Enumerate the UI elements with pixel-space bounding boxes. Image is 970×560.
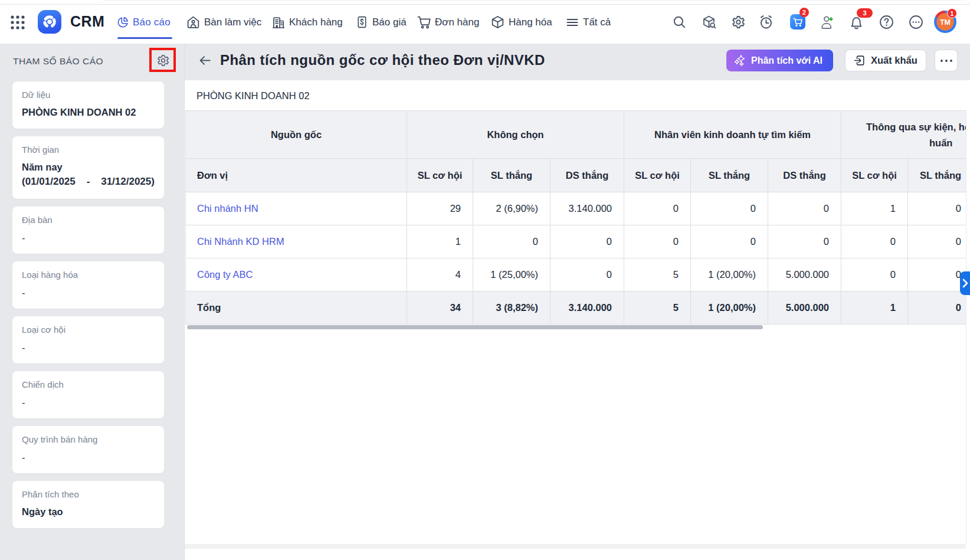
svg-text:TM: TM: [940, 18, 951, 27]
